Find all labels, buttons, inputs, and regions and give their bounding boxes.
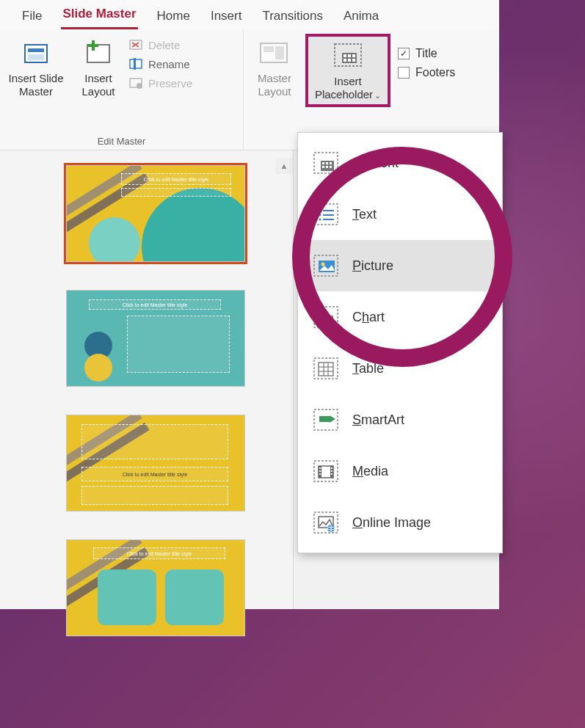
insert-slide-master-icon xyxy=(20,37,52,69)
footers-checkbox[interactable]: Footers xyxy=(398,66,455,79)
placeholder-option-media[interactable]: Media xyxy=(298,445,502,497)
svg-rect-47 xyxy=(319,363,333,376)
tab-file[interactable]: File xyxy=(21,6,43,29)
tab-home[interactable]: Home xyxy=(156,6,192,29)
placeholder-option-smartart[interactable]: SmartArt xyxy=(298,394,502,445)
tab-animations[interactable]: Anima xyxy=(342,6,380,29)
svg-rect-53 xyxy=(319,416,330,422)
svg-rect-45 xyxy=(330,316,333,325)
master-layout-icon xyxy=(258,37,291,69)
svg-rect-23 xyxy=(352,59,355,62)
ribbon-group-edit-master-label: Edit Master xyxy=(4,134,239,147)
tab-insert[interactable]: Insert xyxy=(209,6,244,29)
chevron-down-icon: ⌄ xyxy=(374,91,381,100)
delete-icon xyxy=(129,38,144,51)
ribbon-tabs: File Slide Master Home Insert Transition… xyxy=(0,0,499,29)
svg-rect-30 xyxy=(326,166,328,168)
svg-rect-1 xyxy=(28,48,44,52)
insert-layout-button[interactable]: Insert Layout xyxy=(72,34,125,101)
preserve-icon xyxy=(129,76,144,90)
svg-rect-10 xyxy=(134,58,136,70)
svg-point-37 xyxy=(319,219,321,221)
picture-icon xyxy=(313,253,339,278)
svg-rect-15 xyxy=(275,46,284,59)
svg-rect-3 xyxy=(87,45,109,62)
placeholder-option-picture[interactable]: Picture xyxy=(298,240,502,291)
svg-rect-20 xyxy=(352,54,355,57)
insert-slide-master-label: Insert Slide Master xyxy=(6,72,66,98)
smartart-icon xyxy=(313,407,339,432)
tab-transitions[interactable]: Transitions xyxy=(261,6,324,29)
placeholder-option-content[interactable]: Content xyxy=(298,137,502,189)
master-layout-button[interactable]: Master Layout xyxy=(248,34,301,101)
checkbox-unchecked-icon xyxy=(398,67,410,79)
svg-rect-28 xyxy=(330,162,332,164)
tab-slide-master[interactable]: Slide Master xyxy=(61,4,137,29)
svg-rect-44 xyxy=(324,313,328,325)
insert-placeholder-button[interactable]: Insert Placeholder⌄ xyxy=(305,34,390,107)
svg-point-33 xyxy=(319,210,321,212)
layout-thumbnail-3[interactable]: Click to edit Master title style xyxy=(66,539,245,636)
placeholder-option-chart-label: Chart xyxy=(352,310,385,325)
rename-label: Rename xyxy=(148,58,190,70)
footers-checkbox-label: Footers xyxy=(415,66,455,79)
svg-rect-43 xyxy=(319,318,323,325)
media-icon xyxy=(313,459,339,484)
delete-label: Delete xyxy=(148,39,180,51)
placeholder-option-text[interactable]: Text xyxy=(298,189,502,240)
insert-placeholder-label: Insert Placeholder⌄ xyxy=(310,75,386,101)
ribbon-group-edit-master: Insert Slide Master Insert Layout Delete xyxy=(0,29,244,150)
slide-thumbnail-pane[interactable]: ▲ Click to edit Master title style Click… xyxy=(0,150,294,609)
svg-rect-64 xyxy=(331,473,333,475)
svg-rect-29 xyxy=(322,166,324,168)
placeholder-option-table[interactable]: Table xyxy=(298,343,502,394)
scroll-up-icon[interactable]: ▲ xyxy=(275,158,293,174)
svg-rect-21 xyxy=(344,59,346,62)
svg-rect-26 xyxy=(322,162,324,164)
preserve-button[interactable]: Preserve xyxy=(129,76,192,90)
svg-rect-19 xyxy=(348,54,351,57)
layout-thumbnail-1[interactable]: Click to edit Master title style xyxy=(66,290,245,387)
title-checkbox[interactable]: ✓ Title xyxy=(398,47,455,60)
placeholder-option-text-label: Text xyxy=(352,207,377,222)
svg-rect-61 xyxy=(319,473,321,475)
layout-thumbnail-2[interactable]: Click to edit Master title style xyxy=(66,415,245,512)
placeholder-option-media-label: Media xyxy=(352,464,388,479)
rename-icon xyxy=(129,57,144,70)
svg-point-41 xyxy=(321,263,325,266)
svg-rect-62 xyxy=(331,467,333,469)
svg-point-12 xyxy=(137,83,142,89)
svg-point-35 xyxy=(319,214,321,216)
svg-marker-54 xyxy=(330,415,335,423)
placeholder-option-online-image-label: Online Image xyxy=(352,515,431,531)
svg-rect-55 xyxy=(314,461,338,481)
svg-rect-63 xyxy=(331,470,333,472)
insert-layout-label: Insert Layout xyxy=(73,72,123,98)
placeholder-option-table-label: Table xyxy=(352,361,384,376)
delete-button[interactable]: Delete xyxy=(129,38,192,51)
rename-button[interactable]: Rename xyxy=(129,57,192,70)
svg-rect-27 xyxy=(326,162,328,164)
placeholder-option-online-image[interactable]: Online Image xyxy=(298,497,502,548)
svg-rect-18 xyxy=(344,54,346,57)
insert-placeholder-icon xyxy=(332,40,364,72)
master-layout-label: Master Layout xyxy=(250,72,299,98)
placeholder-option-picture-label: Picture xyxy=(352,258,393,274)
svg-rect-31 xyxy=(330,166,332,168)
placeholder-option-smartart-label: SmartArt xyxy=(352,412,404,428)
svg-rect-14 xyxy=(264,46,274,52)
text-icon xyxy=(313,202,339,227)
table-icon xyxy=(313,356,339,381)
placeholder-option-chart[interactable]: Chart xyxy=(298,291,502,343)
online-image-icon xyxy=(313,510,339,535)
svg-rect-22 xyxy=(348,59,351,62)
insert-placeholder-menu: Content Text Picture Chart Table xyxy=(297,132,503,553)
placeholder-option-content-label: Content xyxy=(352,156,399,171)
insert-slide-master-button[interactable]: Insert Slide Master xyxy=(4,34,68,101)
preserve-label: Preserve xyxy=(148,77,192,90)
checkbox-checked-icon: ✓ xyxy=(398,48,410,59)
insert-layout-icon xyxy=(82,37,115,69)
svg-rect-2 xyxy=(28,54,44,60)
svg-rect-60 xyxy=(319,470,321,472)
slide-master-thumbnail[interactable]: Click to edit Master title style xyxy=(66,165,245,262)
